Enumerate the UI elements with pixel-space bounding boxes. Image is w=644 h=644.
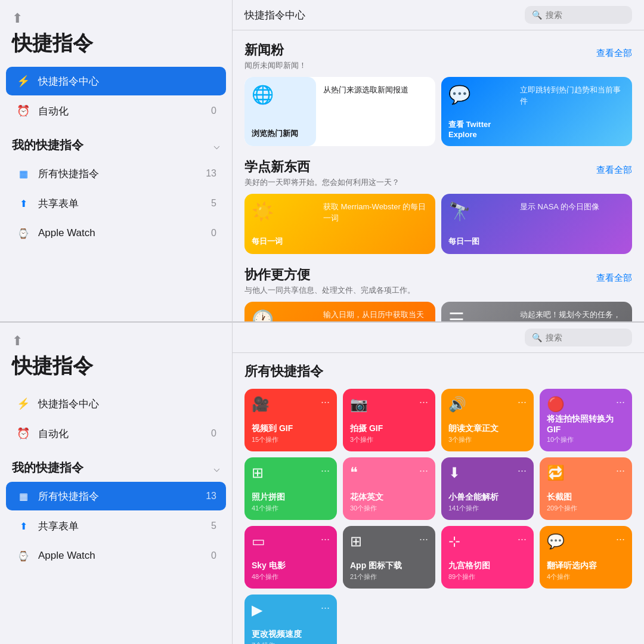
sidebar-top-icon-2: ⬆ <box>0 323 232 349</box>
shortcut-card-photo-gif[interactable]: 📷 ··· 拍摄 GIF 3个操作 <box>343 389 435 451</box>
long-screenshot-actions: 209个操作 <box>547 504 625 513</box>
shortcut-card-video-gif[interactable]: 🎥 ··· 视频到 GIF 15个操作 <box>244 389 337 451</box>
burst-gif-more-icon[interactable]: ··· <box>616 396 625 408</box>
search-icon-1: 🔍 <box>532 10 542 20</box>
app-icon-more-icon[interactable]: ··· <box>419 533 428 546</box>
sidebar-item-automation-2[interactable]: ⏰ 自动化 0 <box>6 419 226 448</box>
news-card-1-info: 从热门来源选取新闻报道 <box>316 77 435 146</box>
long-screenshot-more-icon[interactable]: ··· <box>616 465 625 477</box>
shortcut-card-read-article[interactable]: 🔊 ··· 朗读文章正文 3个操作 <box>441 389 534 451</box>
learn-cards-row: ☀️ 每日一词 获取 Merriam-Webster 的每日一词 🔭 每日一图 <box>244 194 632 254</box>
top-bar-title-1: 快捷指令中心 <box>244 8 305 22</box>
shortcut-card-change-video-speed[interactable]: ▶ ··· 更改视频速度 7个操作 <box>244 595 337 644</box>
all-shortcuts-section-title: 所有快捷指令 <box>244 364 323 379</box>
sidebar-item-shortcuts-center[interactable]: ⚡ 快捷指令中心 <box>6 67 226 95</box>
news-title: 新闻粉 <box>244 41 284 59</box>
translate-name: 翻译听选内容 <box>547 561 625 571</box>
learn-link[interactable]: 查看全部 <box>596 165 632 176</box>
sidebar-item-shared-list-1[interactable]: ⬆ 共享表单 5 <box>6 189 226 218</box>
search-bar-2[interactable]: 🔍 <box>525 329 632 346</box>
learn-card-2[interactable]: 🔭 每日一图 显示 NASA 的今日图像 <box>441 194 632 254</box>
learn-card-2-info: 显示 NASA 的今日图像 <box>513 194 632 254</box>
search-input-1[interactable] <box>546 10 625 20</box>
shared-list-icon-1: ⬆ <box>16 196 31 211</box>
apple-watch-icon-2: ⌚ <box>16 548 31 564</box>
news-card-1[interactable]: 🌐 浏览热门新闻 从热门来源选取新闻报道 <box>244 77 435 146</box>
telescope-icon: 🔭 <box>448 201 506 222</box>
apple-watch-badge-2: 0 <box>211 550 216 561</box>
chevron-down-icon-1[interactable]: ⌵ <box>213 139 220 152</box>
photo-collage-more-icon[interactable]: ··· <box>321 465 330 477</box>
shortcut-card-flower-text[interactable]: ❝ ··· 花体英文 30个操作 <box>343 457 435 520</box>
shortcut-card-sky-movie[interactable]: ▭ ··· Sky 电影 48个操作 <box>244 526 337 589</box>
news-card-1-desc: 从热门来源选取新闻报道 <box>323 85 408 94</box>
sidebar-my-section-header-2: 我的快捷指令 ⌵ <box>0 449 232 481</box>
news-card-2-label: 查看 Twitter Explore <box>448 119 506 139</box>
sun-icon: ☀️ <box>252 201 309 222</box>
shortcuts-center-icon: ⚡ <box>16 73 31 89</box>
shortcut-card-burst-gif[interactable]: 🔴 ··· 将连拍快照转换为 GIF 10个操作 <box>540 389 632 451</box>
search-input-2[interactable] <box>546 333 625 342</box>
collab-link[interactable]: 查看全部 <box>596 273 632 284</box>
news-section: 新闻粉 查看全部 闻所未闻即新闻！ 🌐 浏览热门新闻 从热门来源选取新闻报道 <box>244 41 632 146</box>
sidebar-item-all-shortcuts-2[interactable]: ▦ 所有快捷指令 13 <box>6 482 226 510</box>
all-shortcuts-header: 所有快捷指令 <box>244 363 632 380</box>
photo-collage-icon: ⊞ <box>252 465 264 481</box>
chevron-down-icon-2[interactable]: ⌵ <box>213 462 220 475</box>
change-video-speed-more-icon[interactable]: ··· <box>321 602 330 614</box>
shortcut-card-photo-collage[interactable]: ⊞ ··· 照片拼图 41个操作 <box>244 457 337 520</box>
apple-watch-badge-1: 0 <box>211 228 216 239</box>
grid-cut-icon: ⊹ <box>448 533 460 550</box>
shortcuts-center-label-2: 快捷指令中心 <box>38 397 216 411</box>
sky-movie-more-icon[interactable]: ··· <box>321 533 330 546</box>
shortcut-card-app-icon[interactable]: ⊞ ··· App 图标下载 21个操作 <box>343 526 435 589</box>
sidebar-item-shortcuts-center-2[interactable]: ⚡ 快捷指令中心 <box>6 389 226 418</box>
translate-icon: 💬 <box>547 533 565 550</box>
beast-parse-actions: 141个操作 <box>448 504 527 513</box>
flower-text-more-icon[interactable]: ··· <box>419 465 428 477</box>
news-link[interactable]: 查看全部 <box>596 48 632 59</box>
shortcut-card-translate[interactable]: 💬 ··· 翻译听选内容 4个操作 <box>540 526 632 589</box>
read-article-more-icon[interactable]: ··· <box>518 396 527 408</box>
globe-icon: 🌐 <box>252 84 309 105</box>
news-card-2[interactable]: 💬 查看 Twitter Explore 立即跳转到热门趋势和当前事件 <box>441 77 632 146</box>
news-cards-row: 🌐 浏览热门新闻 从热门来源选取新闻报道 💬 查看 Twitter Explor… <box>244 77 632 146</box>
photo-collage-name: 照片拼图 <box>252 492 330 503</box>
sky-movie-icon: ▭ <box>252 533 265 550</box>
learn-section: 学点新东西 查看全部 美好的一天即将开始。您会如何利用这一天？ ☀️ 每日一词 … <box>244 158 632 254</box>
all-shortcuts-icon-2: ▦ <box>16 488 31 504</box>
sidebar-item-shared-list-2[interactable]: ⬆ 共享表单 5 <box>6 512 226 540</box>
shortcut-card-grid-cut[interactable]: ⊹ ··· 九宫格切图 89个操作 <box>441 526 534 589</box>
learn-card-1[interactable]: ☀️ 每日一词 获取 Merriam-Webster 的每日一词 <box>244 194 435 254</box>
collab-card-1[interactable]: 🕐 分享空暇 输入日期，从日历中获取当天的空闲时段并分享 <box>244 302 435 321</box>
beast-parse-more-icon[interactable]: ··· <box>518 465 527 477</box>
grid-cut-actions: 89个操作 <box>448 572 527 581</box>
photo-gif-name: 拍摄 GIF <box>350 423 428 434</box>
shortcuts-grid: 🎥 ··· 视频到 GIF 15个操作 📷 ··· 拍摄 GIF 3个操作 <box>244 389 632 644</box>
burst-gif-actions: 10个操作 <box>547 435 625 444</box>
twitter-icon: 💬 <box>448 84 506 105</box>
gallery-scroll: 新闻粉 查看全部 闻所未闻即新闻！ 🌐 浏览热门新闻 从热门来源选取新闻报道 <box>233 30 644 321</box>
shortcut-card-beast-parse[interactable]: ⬇ ··· 小兽全能解析 141个操作 <box>441 457 534 520</box>
sidebar-item-automation-1[interactable]: ⏰ 自动化 0 <box>6 97 226 125</box>
change-video-speed-name: 更改视频速度 <box>252 629 330 640</box>
apple-watch-icon-1: ⌚ <box>16 225 31 241</box>
collab-card-2[interactable]: ☰ 每日例会 动起来吧！规划今天的任务，密切关注日程中的会议 <box>441 302 632 321</box>
flower-text-name: 花体英文 <box>350 492 428 503</box>
app-icon-actions: 21个操作 <box>350 572 428 581</box>
sidebar-item-apple-watch-1[interactable]: ⌚ Apple Watch 0 <box>6 219 226 247</box>
video-gif-icon: 🎥 <box>252 396 270 413</box>
translate-more-icon[interactable]: ··· <box>616 533 625 546</box>
video-gif-more-icon[interactable]: ··· <box>321 396 330 408</box>
all-shortcuts-badge-1: 13 <box>206 168 216 179</box>
sidebar-item-apple-watch-2[interactable]: ⌚ Apple Watch 0 <box>6 541 226 570</box>
change-video-speed-icon: ▶ <box>252 602 262 618</box>
sidebar-item-all-shortcuts-1[interactable]: ▦ 所有快捷指令 13 <box>6 159 226 188</box>
grid-cut-name: 九宫格切图 <box>448 561 527 571</box>
long-screenshot-icon: 🔁 <box>547 465 565 481</box>
app-icon-name: App 图标下载 <box>350 561 428 571</box>
shortcut-card-long-screenshot[interactable]: 🔁 ··· 长截图 209个操作 <box>540 457 632 520</box>
search-bar-1[interactable]: 🔍 <box>525 6 632 24</box>
grid-cut-more-icon[interactable]: ··· <box>518 533 527 546</box>
photo-gif-more-icon[interactable]: ··· <box>419 396 428 408</box>
